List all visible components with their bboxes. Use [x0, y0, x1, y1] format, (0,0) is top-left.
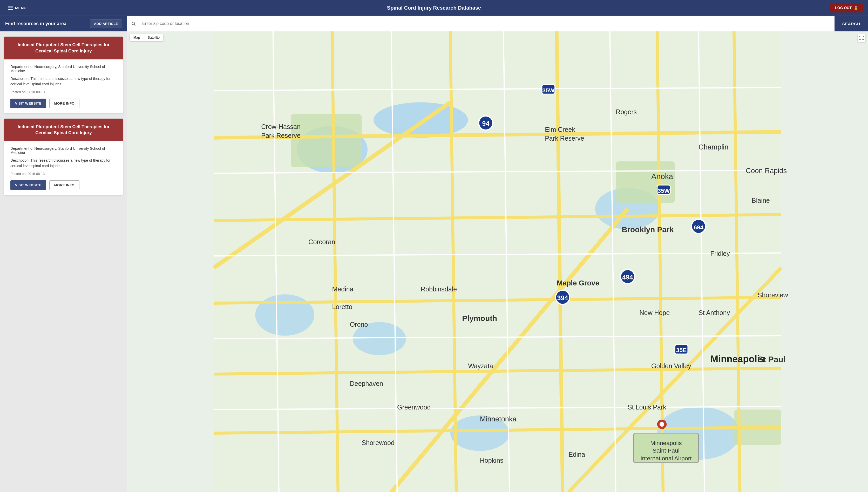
- svg-text:Fridley: Fridley: [710, 250, 730, 257]
- svg-text:35W: 35W: [542, 87, 554, 94]
- article-actions: VISIT WEBSITE MORE INFO: [10, 99, 117, 108]
- map-tab-satellite[interactable]: Satellite: [144, 34, 163, 41]
- more-info-button[interactable]: MORE INFO: [49, 180, 79, 190]
- logout-button[interactable]: LOG OUT 🔒: [830, 3, 863, 13]
- add-article-button[interactable]: ADD ARTICLE: [90, 20, 122, 28]
- article-date: Posted on: 2018-08-13: [10, 172, 117, 176]
- svg-text:Saint Paul: Saint Paul: [653, 447, 679, 454]
- svg-text:Brooklyn Park: Brooklyn Park: [622, 225, 674, 234]
- menu-label: MENU: [15, 6, 26, 10]
- svg-text:Park Reserve: Park Reserve: [261, 132, 300, 139]
- svg-text:Corcoran: Corcoran: [308, 238, 335, 245]
- article-department: Department of Neurosurgery, Stanford Uni…: [10, 65, 117, 73]
- svg-text:Champlin: Champlin: [699, 143, 728, 151]
- svg-rect-11: [616, 162, 675, 203]
- visit-website-button[interactable]: VISIT WEBSITE: [10, 180, 46, 190]
- svg-point-4: [373, 102, 468, 138]
- svg-text:Shoreview: Shoreview: [758, 291, 788, 299]
- left-panel: Induced Pluripotent Stem Cell Therapies …: [0, 31, 127, 492]
- visit-website-button[interactable]: VISIT WEBSITE: [10, 99, 46, 108]
- svg-text:Edina: Edina: [569, 451, 585, 458]
- svg-text:35E: 35E: [676, 347, 686, 353]
- hamburger-icon: [8, 6, 13, 9]
- fullscreen-button[interactable]: [858, 34, 865, 42]
- svg-text:Minneapolis: Minneapolis: [650, 440, 682, 446]
- svg-text:Orono: Orono: [350, 321, 368, 328]
- svg-text:St Louis Park: St Louis Park: [628, 403, 666, 411]
- svg-text:494: 494: [622, 273, 633, 281]
- article-title: Induced Pluripotent Stem Cell Therapies …: [4, 119, 123, 142]
- menu-button[interactable]: MENU: [5, 4, 30, 12]
- svg-point-0: [132, 22, 135, 25]
- map-display: Anoka Champlin Coon Rapids Blaine Rogers…: [127, 31, 868, 492]
- article-card: Induced Pluripotent Stem Cell Therapies …: [4, 119, 123, 195]
- article-description: Description: This research discusses a n…: [10, 158, 117, 169]
- main-content: Induced Pluripotent Stem Cell Therapies …: [0, 31, 868, 492]
- svg-line-1: [134, 24, 135, 25]
- svg-text:Crow-Hassan: Crow-Hassan: [261, 123, 300, 130]
- svg-text:Medina: Medina: [332, 286, 353, 293]
- article-department: Department of Neurosurgery, Stanford Uni…: [10, 146, 117, 155]
- svg-text:Maple Grove: Maple Grove: [557, 279, 599, 287]
- left-panel-header: Find resources in your area ADD ARTICLE: [0, 16, 127, 31]
- svg-rect-10: [291, 114, 362, 167]
- svg-text:Plymouth: Plymouth: [462, 314, 497, 323]
- svg-text:Rogers: Rogers: [616, 108, 637, 116]
- app-header: MENU Spinal Cord Injury Research Databas…: [0, 0, 868, 16]
- svg-text:Elm Creek: Elm Creek: [545, 126, 575, 133]
- map-panel: Map Satellite: [127, 31, 868, 492]
- svg-text:Robbinsdale: Robbinsdale: [421, 286, 457, 293]
- find-resources-label: Find resources in your area: [5, 21, 67, 26]
- search-button[interactable]: SEARCH: [835, 16, 868, 31]
- map-controls: Map Satellite: [130, 34, 163, 41]
- svg-text:394: 394: [557, 294, 568, 301]
- svg-text:Coon Rapids: Coon Rapids: [746, 167, 787, 175]
- svg-text:Golden Valley: Golden Valley: [651, 362, 691, 370]
- svg-text:694: 694: [694, 224, 703, 231]
- article-description: Description: This research discusses a n…: [10, 76, 117, 87]
- article-card: Induced Pluripotent Stem Cell Therapies …: [4, 36, 123, 114]
- svg-text:Park Reserve: Park Reserve: [545, 135, 584, 142]
- svg-text:Blaine: Blaine: [752, 197, 770, 204]
- map-tab-map[interactable]: Map: [130, 34, 144, 41]
- subheader: Find resources in your area ADD ARTICLE …: [0, 16, 868, 31]
- svg-text:St Anthony: St Anthony: [699, 309, 730, 316]
- location-search-input[interactable]: [140, 16, 835, 31]
- svg-text:35W: 35W: [657, 187, 670, 194]
- svg-point-5: [255, 294, 314, 336]
- svg-text:Loretto: Loretto: [332, 303, 352, 310]
- article-date: Posted on: 2018-08-13: [10, 90, 117, 94]
- article-title: Induced Pluripotent Stem Cell Therapies …: [4, 36, 123, 59]
- svg-text:Hopkins: Hopkins: [480, 457, 503, 464]
- svg-text:St Paul: St Paul: [758, 355, 786, 364]
- svg-text:New Hope: New Hope: [639, 309, 670, 316]
- svg-text:94: 94: [482, 120, 489, 127]
- lock-icon: 🔒: [854, 6, 858, 10]
- logout-label: LOG OUT: [835, 6, 852, 10]
- app-title: Spinal Cord Injury Research Database: [387, 5, 481, 11]
- svg-text:Anoka: Anoka: [651, 172, 673, 180]
- search-bar: SEARCH: [127, 16, 868, 31]
- svg-text:International Airport: International Airport: [641, 455, 692, 462]
- article-actions: VISIT WEBSITE MORE INFO: [10, 180, 117, 190]
- article-body: Department of Neurosurgery, Stanford Uni…: [4, 59, 123, 114]
- svg-point-87: [659, 422, 664, 426]
- fullscreen-icon: [860, 36, 864, 40]
- svg-text:Deephaven: Deephaven: [350, 380, 383, 387]
- svg-text:Shorewood: Shorewood: [362, 439, 394, 446]
- svg-text:Greenwood: Greenwood: [397, 403, 431, 411]
- svg-text:Minnetonka: Minnetonka: [480, 415, 517, 423]
- search-icon[interactable]: [127, 16, 140, 31]
- search-svg: [131, 21, 136, 26]
- svg-text:Minneapolis: Minneapolis: [710, 354, 765, 364]
- more-info-button[interactable]: MORE INFO: [49, 99, 79, 108]
- svg-text:Wayzata: Wayzata: [468, 362, 493, 370]
- article-body: Department of Neurosurgery, Stanford Uni…: [4, 141, 123, 195]
